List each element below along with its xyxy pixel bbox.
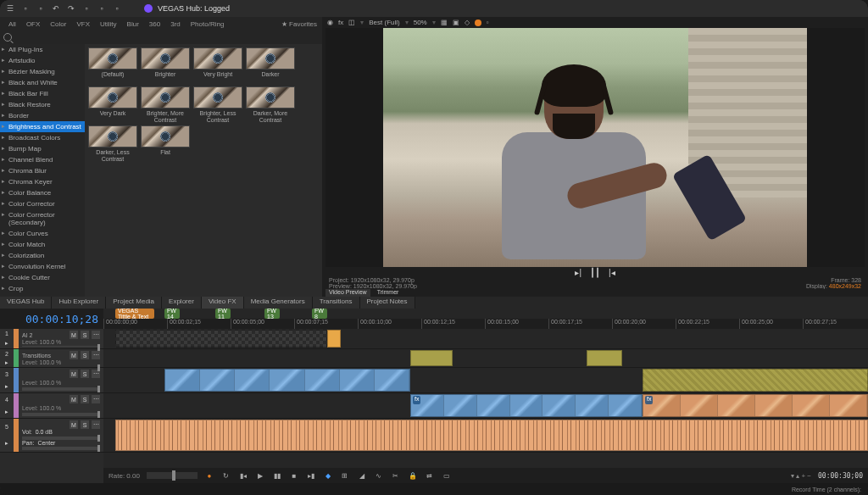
btab-transitions[interactable]: Transitions [313, 297, 360, 309]
stop-button[interactable]: ■ [289, 470, 299, 481]
track-header[interactable]: 3▸MS⋯Level: 100.0 % [0, 368, 103, 393]
track-more-button[interactable]: ⋯ [92, 395, 100, 403]
fx-badge[interactable]: fx [413, 396, 420, 404]
fx-preset[interactable]: Darker [246, 47, 295, 83]
track-header[interactable]: 1▸AI 2MS⋯Level: 100.0 % [0, 329, 103, 349]
tool-lock-icon[interactable]: 🔒 [408, 470, 418, 481]
timeline-marker[interactable]: FW 14 [164, 309, 180, 319]
menu-icon[interactable]: ☰ [5, 3, 15, 14]
fx-category-item[interactable]: Black and White [0, 77, 85, 88]
track-header[interactable]: 5▸MS⋯Vol:0.0 dBPan:Center [0, 419, 103, 453]
tab-trimmer[interactable]: Trimmer [377, 289, 399, 297]
zoom-controls[interactable]: ▾ ▴ + − [791, 472, 811, 480]
preview-next-icon[interactable]: |◂ [609, 268, 615, 277]
pan-slider[interactable] [22, 447, 100, 450]
go-end-button[interactable]: ▸▮ [306, 470, 316, 481]
track-m-button[interactable]: M [70, 420, 78, 429]
timeline-marker[interactable]: FW 13 [264, 309, 280, 319]
fx-preset[interactable]: Very Bright [193, 47, 242, 83]
preview-record-icon[interactable] [475, 19, 481, 26]
track-s-button[interactable]: S [81, 420, 89, 429]
vol-slider[interactable] [22, 437, 100, 440]
preview-prev-icon[interactable]: ▸| [575, 268, 581, 277]
fx-category-item[interactable]: Defocus [0, 294, 85, 297]
fx-category-item[interactable]: Color Curves [0, 228, 85, 239]
fx-badge-2[interactable]: fx [645, 396, 653, 404]
fx-category-item[interactable]: Colorization [0, 250, 85, 261]
timeline-marker[interactable]: VEGAS Tittle & Text [115, 309, 154, 319]
track-audio[interactable] [103, 419, 868, 453]
clip-trans-2[interactable] [587, 350, 622, 366]
preview-snap-icon[interactable]: ▫ [487, 19, 489, 26]
btab-mediagen[interactable]: Media Generators [244, 297, 313, 309]
fx-preset[interactable]: Brighter, More Contrast [141, 86, 190, 122]
fx-category-item[interactable]: Brightness and Contrast [0, 121, 85, 132]
track-more-button[interactable]: ⋯ [92, 420, 100, 429]
fx-preset[interactable]: Brighter [141, 47, 190, 83]
track-m-button[interactable]: M [70, 370, 78, 378]
clip-video-c[interactable]: fx [643, 394, 868, 417]
level-slider[interactable] [22, 346, 100, 347]
clip-audio[interactable] [115, 420, 868, 451]
clip-trans-1[interactable] [410, 350, 453, 366]
save-icon[interactable]: ▫ [20, 3, 31, 14]
loop-button[interactable]: ↻ [221, 470, 231, 481]
track-m-button[interactable]: M [70, 331, 78, 339]
track-4[interactable]: fx fx [103, 393, 868, 419]
fx-category-item[interactable]: Border [0, 110, 85, 121]
timeline-marker[interactable]: FW 8 [312, 309, 327, 319]
fx-preset[interactable]: (Default) [88, 47, 137, 83]
tool-snap-icon[interactable]: ⊞ [340, 470, 350, 481]
track-more-button[interactable]: ⋯ [92, 351, 100, 359]
fx-preset[interactable]: Darker, Less Contrast [88, 125, 137, 161]
fx-preset[interactable]: Brighter, Less Contrast [193, 86, 242, 122]
tool1-icon[interactable]: ▫ [81, 3, 92, 14]
track-more-button[interactable]: ⋯ [92, 331, 100, 339]
tool-env-icon[interactable]: ∿ [374, 470, 384, 481]
fx-tab-utility[interactable]: Utility [95, 19, 122, 30]
track-m-button[interactable]: M [70, 395, 78, 403]
tool2-icon[interactable]: ▫ [97, 3, 107, 14]
search-icon[interactable] [3, 33, 12, 42]
track-3[interactable] [103, 368, 868, 393]
track-header[interactable]: 2▸TransitionsMS⋯Level: 100.0 % [0, 349, 103, 368]
level-slider[interactable] [22, 387, 100, 391]
fx-category-item[interactable]: Artstudio [0, 55, 85, 66]
preview-zoom[interactable]: 50% [414, 19, 427, 26]
fx-tab-color[interactable]: Color [45, 19, 71, 30]
preview-quality[interactable]: Best (Full) [369, 19, 399, 26]
track-m-button[interactable]: M [70, 351, 78, 359]
tool3-icon[interactable]: ▫ [112, 3, 122, 14]
preview-tool-icon[interactable]: ◇ [465, 19, 470, 26]
fx-tab-3rd[interactable]: 3rd [165, 19, 186, 30]
tab-video-preview[interactable]: Video Preview [326, 289, 370, 297]
fx-category-item[interactable]: Color Match [0, 239, 85, 250]
fx-tab-photoring[interactable]: Photo/Ring [186, 19, 230, 30]
pause-button[interactable]: ▮▮ [272, 470, 282, 481]
track-s-button[interactable]: S [81, 331, 89, 339]
clip-video-b[interactable]: fx [410, 394, 643, 417]
marker-row[interactable]: VEGAS Tittle & TextFW 14FW 11FW 13FW 8 [103, 309, 868, 319]
preview-pause-icon[interactable]: ┃┃ [590, 268, 600, 277]
preview-overlay-icon[interactable]: ▦ [441, 19, 448, 26]
fx-category-item[interactable]: Chroma Keyer [0, 176, 85, 187]
timeline-ruler[interactable]: 00:00:00;0000:00:02;1500:00:05;0000:00:0… [103, 319, 868, 329]
doc-icon[interactable]: ▫ [36, 3, 46, 14]
timecode[interactable]: 00:00:10;28 [0, 309, 103, 329]
level-slider[interactable] [22, 413, 100, 416]
fx-category-list[interactable]: All Plug-InsArtstudioBézier MaskingBlack… [0, 44, 85, 297]
track-1[interactable] [103, 329, 868, 349]
fx-tab-360[interactable]: 360 [144, 19, 165, 30]
clip-title[interactable] [115, 330, 327, 348]
clip-accent[interactable] [327, 330, 341, 348]
btab-hubexplorer[interactable]: Hub Explorer [52, 297, 106, 309]
fx-category-item[interactable]: Chroma Blur [0, 165, 85, 176]
track-s-button[interactable]: S [81, 370, 89, 378]
clip-olive-tex[interactable] [643, 369, 868, 392]
btab-explorer[interactable]: Explorer [162, 297, 202, 309]
fx-category-item[interactable]: Black Bar Fill [0, 88, 85, 99]
preview-viewport[interactable] [326, 28, 865, 267]
tool-normal-icon[interactable]: ◆ [323, 470, 333, 481]
undo-icon[interactable]: ↶ [51, 3, 61, 14]
play-button[interactable]: ▶ [255, 470, 265, 481]
